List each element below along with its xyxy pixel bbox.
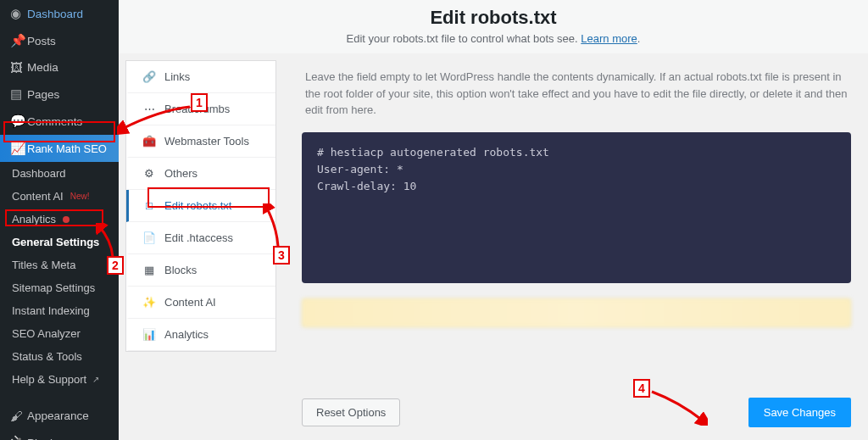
robots-txt-editor[interactable]: # hestiacp autogenerated robots.txt User… — [302, 132, 851, 283]
submenu-dashboard[interactable]: Dashboard — [0, 162, 119, 185]
tab-links[interactable]: 🔗Links — [126, 61, 275, 93]
file-icon: 📄 — [142, 231, 156, 244]
submenu-status-tools[interactable]: Status & Tools — [0, 345, 119, 368]
analytics-icon: 📊 — [142, 328, 156, 341]
tab-content-ai[interactable]: ✨Content AI — [126, 287, 275, 319]
submenu-instant-indexing[interactable]: Instant Indexing — [0, 299, 119, 322]
menu-comments[interactable]: 💬Comments — [0, 108, 119, 135]
settings-tabs: 🔗Links ⋯Breadcrumbs 🧰Webmaster Tools ⚙Ot… — [125, 60, 276, 352]
brush-icon: 🖌 — [10, 409, 27, 423]
content-area: Edit robots.txt Edit your robots.txt fil… — [119, 0, 868, 440]
pin-icon: 📌 — [10, 33, 27, 48]
breadcrumbs-icon: ⋯ — [142, 103, 156, 115]
menu-appearance[interactable]: 🖌Appearance — [0, 403, 119, 429]
comment-icon: 💬 — [10, 114, 27, 129]
submenu-titles-meta[interactable]: Titles & Meta — [0, 253, 119, 276]
menu-dashboard[interactable]: ◉Dashboard — [0, 0, 119, 27]
tab-blocks[interactable]: ▦Blocks — [126, 254, 275, 287]
submenu-help-support[interactable]: Help & Support↗ — [0, 368, 119, 391]
tab-breadcrumbs[interactable]: ⋯Breadcrumbs — [126, 93, 275, 125]
tab-webmaster-tools[interactable]: 🧰Webmaster Tools — [126, 125, 275, 158]
notification-dot — [63, 216, 70, 223]
tab-others[interactable]: ⚙Others — [126, 158, 275, 190]
tab-edit-robots[interactable]: □Edit robots.txt — [126, 190, 275, 222]
tab-analytics[interactable]: 📊Analytics — [126, 319, 275, 351]
notice-bar — [302, 298, 851, 327]
page-title: Edit robots.txt — [119, 7, 868, 29]
media-icon: 🖼 — [10, 60, 27, 75]
ai-icon: ✨ — [142, 296, 156, 309]
save-changes-button[interactable]: Save Changes — [748, 398, 851, 427]
submenu-general-settings[interactable]: General Settings — [0, 231, 119, 253]
learn-more-link[interactable]: Learn more — [581, 32, 637, 45]
dashboard-icon: ◉ — [10, 6, 27, 21]
blocks-icon: ▦ — [142, 264, 156, 276]
form-footer: Reset Options Save Changes — [302, 398, 851, 427]
page-subtitle: Edit your robots.txt file to control wha… — [119, 32, 868, 45]
menu-media[interactable]: 🖼Media — [0, 54, 119, 81]
settings-form: Leave the field empty to let WordPress h… — [276, 53, 868, 434]
rank-math-icon: 📈 — [10, 141, 27, 156]
page-header: Edit robots.txt Edit your robots.txt fil… — [119, 0, 868, 53]
plugin-icon: 🔌 — [10, 435, 27, 440]
new-badge: New! — [70, 192, 90, 201]
wp-admin-sidebar: ◉Dashboard 📌Posts 🖼Media ▤Pages 💬Comment… — [0, 0, 119, 440]
menu-plugins[interactable]: 🔌Plugins — [0, 429, 119, 440]
gear-icon: ⚙ — [142, 167, 156, 180]
page-icon: ▤ — [10, 86, 27, 102]
robots-icon: □ — [142, 199, 156, 212]
submenu-sitemap-settings[interactable]: Sitemap Settings — [0, 276, 119, 299]
links-icon: 🔗 — [142, 70, 156, 83]
reset-options-button[interactable]: Reset Options — [302, 398, 400, 426]
submenu-content-ai[interactable]: Content AINew! — [0, 185, 119, 208]
menu-pages[interactable]: ▤Pages — [0, 81, 119, 108]
field-description: Leave the field empty to let WordPress h… — [302, 60, 851, 132]
menu-rank-math-seo[interactable]: 📈Rank Math SEO — [0, 135, 119, 162]
toolbox-icon: 🧰 — [142, 135, 156, 148]
tab-edit-htaccess[interactable]: 📄Edit .htaccess — [126, 222, 275, 254]
submenu-seo-analyzer[interactable]: SEO Analyzer — [0, 322, 119, 345]
external-link-icon: ↗ — [92, 375, 99, 384]
submenu-analytics[interactable]: Analytics — [0, 208, 119, 231]
menu-posts[interactable]: 📌Posts — [0, 27, 119, 54]
